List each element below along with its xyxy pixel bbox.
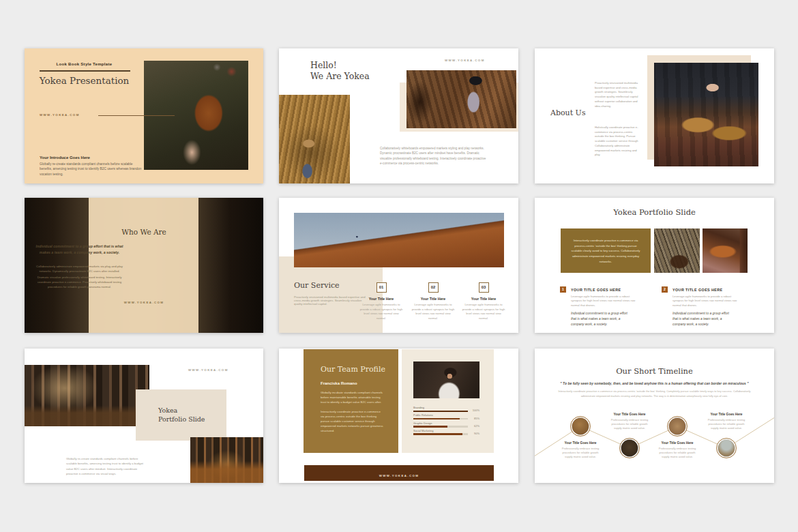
service-number-badge: 01 [376, 282, 387, 293]
milestone-title: Your Title Goes Here [609, 413, 650, 416]
service-item: 01 Your Title Here Leverage agile framew… [359, 282, 403, 321]
skill-bar-row: Public Relations 85% [413, 413, 479, 421]
service-item-body: Leverage agile frameworks to provide a r… [359, 303, 403, 321]
skill-percent: 85% [474, 417, 479, 420]
card-title-line2: Portfolio Slide [158, 415, 205, 423]
workshop-photo [703, 228, 748, 273]
timeline-photo-circle [667, 416, 688, 437]
milestone-body: Professionally embrace testing procedure… [609, 418, 650, 431]
cover-kicker: Look Book Style Template [25, 62, 144, 66]
skill-bar-track [413, 418, 468, 420]
milestone: Your Title Goes Here Professionally embr… [706, 413, 747, 431]
service-item-title: Your Title Here [462, 297, 505, 301]
card-title: Yokea Portfolio Slide [158, 407, 205, 424]
skill-bar-row: Graphic Design 62% [413, 422, 479, 429]
who-para-1: Collaboratively administrate empowered m… [35, 265, 123, 274]
service-item-body: Leverage agile frameworks to provide a r… [462, 303, 505, 321]
portfolio-item: 1 YOUR TITLE GOES HERE Leverage agile fr… [560, 286, 639, 327]
footer-bar: WWW.YOKEA.COM [304, 465, 494, 481]
item-quote: Individual commitment to a group effort … [571, 311, 634, 327]
olive-text-box: Interactively coordinate proactive e-com… [561, 228, 651, 273]
skill-label: Graphic Design [413, 422, 479, 425]
portfolio-item: 2 YOUR TITLE GOES HERE Leverage agile fr… [662, 286, 741, 327]
slide-thumbnail-portfolio-a[interactable]: Yokea Portfolio Slide Interactively coor… [535, 198, 774, 333]
milestone: Your Title Goes Here Professionally embr… [657, 441, 698, 460]
team-title: Our Team Profile [321, 365, 385, 374]
wheat-field-photo [279, 95, 350, 183]
portfolio-body: Globally re-create standards compliant c… [66, 456, 143, 476]
website-label: WWW.YOKEA.COM [124, 301, 164, 304]
timeline-photo-circle [716, 438, 737, 458]
skill-bar-fill [413, 418, 460, 420]
skill-label: Public Relations [413, 413, 479, 417]
cave-photo [407, 70, 516, 128]
member-name: Franciska Romano [321, 381, 357, 385]
milestone-body: Professionally embrace testing procedure… [706, 418, 747, 431]
portfolio-title: Yokea Portfolio Slide [535, 207, 774, 217]
divider-line [40, 70, 130, 72]
timeline-photo-circle [570, 416, 591, 437]
service-item-title: Your Title Here [411, 297, 455, 301]
website-label: WWW.YOKEA.COM [188, 368, 228, 372]
template-preview-grid: Look Book Style Template Yokea Presentat… [0, 0, 798, 532]
item-body: Leverage agile frameworks to provide a r… [571, 295, 636, 308]
skill-percent: 100% [473, 409, 479, 412]
website-label: WWW.YOKEA.COM [40, 113, 80, 117]
slide-thumbnail-about[interactable]: About Us Proactively envisioned multimed… [535, 48, 774, 183]
skill-label: Social Marketing [413, 429, 479, 432]
slide-thumbnail-portfolio-b[interactable]: WWW.YOKEA.COM Yokea Portfolio Slide Glob… [25, 349, 263, 483]
member-portrait-photo [413, 361, 479, 398]
skill-bar-track [413, 426, 468, 428]
timeline-photo-circle [619, 438, 640, 458]
member-para-2: Interactively coordinate proactive e-com… [321, 410, 385, 433]
item-title: YOUR TITLE GOES HERE [673, 286, 741, 292]
slide-thumbnail-service[interactable]: Our Service Proactively envisioned multi… [279, 198, 518, 333]
milestone: Your Title Goes Here Professionally embr… [609, 413, 650, 431]
skill-percent: 90% [474, 432, 479, 435]
milestone-body: Professionally embrace testing procedure… [560, 447, 601, 460]
skill-bar-track [413, 433, 468, 435]
hello-title: Hello! We Are Yokea [310, 60, 370, 83]
about-title: About Us [550, 108, 586, 117]
about-para-1: Proactively envisioned multimedia based … [595, 81, 641, 108]
member-para-1: Globally incubate standards compliant ch… [321, 391, 383, 405]
service-item: 03 Your Title Here Leverage agile framew… [462, 282, 505, 321]
milestone-body: Professionally embrace testing procedure… [657, 447, 698, 460]
service-number-badge: 02 [428, 282, 439, 293]
who-quote: Individual commitment to a group effort … [35, 243, 123, 256]
about-para-2: Holistically coordinate proactive e-comm… [595, 125, 642, 158]
cover-title: Yokea Presentation [25, 75, 144, 86]
card-title-line1: Yokea [158, 407, 177, 414]
website-label: WWW.YOKEA.COM [379, 474, 419, 477]
hello-body: Collaboratively whiteboards empowered ma… [380, 146, 489, 166]
item-quote: Individual commitment to a group effort … [673, 311, 735, 327]
slide-thumbnail-who-we-are[interactable]: Who We Are Individual commitment to a gr… [25, 198, 263, 333]
milestone-title: Your Title Goes Here [706, 413, 747, 416]
milestone-title: Your Title Goes Here [657, 441, 698, 445]
hello-title-line2: We Are Yokea [310, 71, 370, 81]
slide-thumbnail-timeline[interactable]: Our Short Timeline " To be fully seen by… [535, 349, 774, 483]
item-number-badge: 1 [560, 286, 566, 293]
who-para-2: Dramatic visualize professionally whiteb… [35, 276, 123, 290]
boots-photo [654, 63, 758, 166]
forest-photo [25, 365, 149, 426]
slide-thumbnail-cover[interactable]: Look Book Style Template Yokea Presentat… [25, 48, 263, 183]
service-item-title: Your Title Here [359, 297, 403, 301]
slide-thumbnail-team[interactable]: Our Team Profile Franciska Romano Global… [279, 349, 518, 483]
intro-body: Globally re-create standards compliant c… [40, 162, 142, 177]
slide-thumbnail-hello[interactable]: Hello! We Are Yokea WWW.YOKEA.COM Collab… [279, 48, 518, 183]
milestone: Your Title Goes Here Professionally embr… [560, 441, 601, 460]
item-title: YOUR TITLE GOES HERE [571, 286, 639, 292]
driftwood-photo [654, 228, 700, 273]
skill-bar-track [413, 411, 468, 413]
skill-bar-fill [413, 433, 462, 435]
item-body: Leverage agile frameworks to provide a r… [673, 295, 738, 308]
milestone-title: Your Title Goes Here [560, 441, 601, 445]
skill-label: Branding [413, 406, 479, 409]
divider-line [98, 115, 175, 116]
item-number-badge: 2 [662, 286, 668, 293]
skill-bar-row: Social Marketing 90% [413, 429, 479, 437]
skill-bar-fill [413, 426, 447, 428]
service-item-body: Leverage agile frameworks to provide a r… [411, 303, 455, 321]
skill-bar-fill [413, 411, 468, 413]
